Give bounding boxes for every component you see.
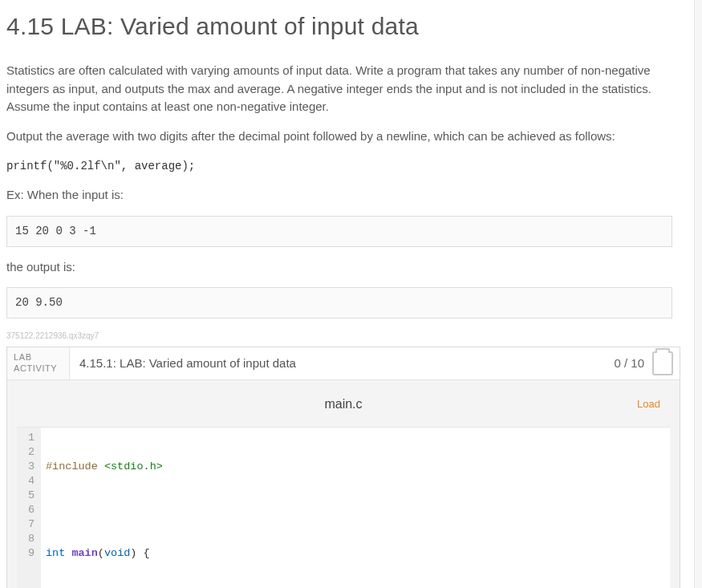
line-number: 8 [22, 532, 34, 546]
lab-badge-line2: ACTIVITY [14, 363, 57, 375]
token-int: int [46, 547, 65, 559]
activity-score: 0 / 10 [614, 355, 644, 373]
line-number: 4 [22, 474, 34, 489]
activity-title: 4.15.1: LAB: Varied amount of input data [70, 347, 614, 379]
example-prefix: Ex: When the input is: [6, 186, 685, 205]
printf-code-line: printf("%0.2lf\n", average); [6, 156, 685, 175]
load-default-template-link[interactable]: Load [637, 398, 663, 410]
example-output-box: 20 9.50 [6, 287, 672, 318]
reference-id: 375122.2212936.qx3zqy7 [6, 330, 685, 342]
token-header: <stdio.h> [104, 460, 163, 472]
line-number: 5 [22, 489, 34, 503]
output-prefix: the output is: [6, 258, 685, 277]
line-number: 1 [22, 431, 34, 445]
line-number-gutter: 1 2 3 4 5 6 7 8 9 [17, 428, 41, 589]
lab-badge: LAB ACTIVITY [7, 347, 70, 379]
line-number: 6 [22, 503, 34, 517]
file-name-label: main.c [324, 395, 362, 414]
vertical-scrollbar[interactable] [694, 0, 702, 588]
code-line[interactable]: int main(void) { [46, 546, 670, 561]
line-number: 3 [22, 460, 34, 474]
instruction-paragraph: Output the average with two digits after… [6, 128, 685, 146]
activity-score-area: 0 / 10 [614, 347, 680, 379]
token-void: void [104, 547, 130, 559]
code-line[interactable]: #include <stdio.h> [46, 460, 670, 474]
lab-badge-line1: LAB [14, 352, 32, 363]
line-number: 9 [22, 546, 34, 561]
intro-paragraph: Statistics are often calculated with var… [6, 62, 685, 116]
code-line[interactable] [46, 503, 670, 517]
activity-body: main.c Load 1 2 3 4 5 6 7 8 9 [7, 380, 680, 589]
line-number: 2 [22, 445, 34, 460]
printf-code: printf("%0.2lf\n", average); [6, 160, 195, 172]
example-input-box: 15 20 0 3 -1 [6, 216, 672, 247]
token-main: main [71, 547, 97, 559]
activity-header: LAB ACTIVITY 4.15.1: LAB: Varied amount … [7, 347, 680, 380]
line-number: 7 [22, 517, 34, 532]
code-editor[interactable]: 1 2 3 4 5 6 7 8 9 #include <stdio.h> int… [17, 427, 670, 589]
code-area[interactable]: #include <stdio.h> int main(void) { /* T… [41, 428, 670, 589]
clipboard-icon[interactable] [652, 351, 673, 375]
token-include: #include [46, 460, 98, 472]
page-title: 4.15 LAB: Varied amount of input data [6, 8, 685, 44]
lab-activity-panel: LAB ACTIVITY 4.15.1: LAB: Varied amount … [6, 347, 680, 588]
